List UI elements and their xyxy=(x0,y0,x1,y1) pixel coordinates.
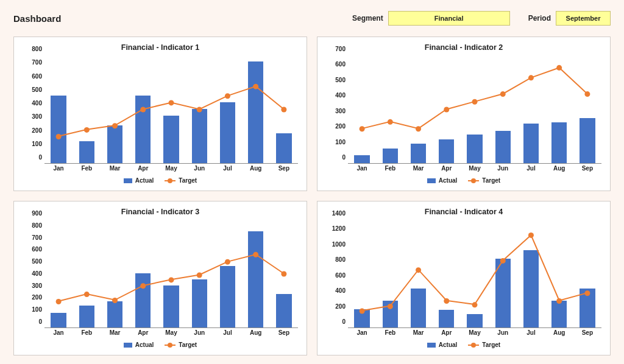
legend-actual-label: Actual xyxy=(439,341,458,348)
y-tick: 100 xyxy=(32,306,42,313)
legend-actual: Actual xyxy=(124,177,154,184)
chart-panel-2: Financial - Indicator 201002003004005006… xyxy=(317,37,611,191)
y-tick: 400 xyxy=(335,287,346,294)
legend-target-label: Target xyxy=(179,341,197,348)
legend-line-icon xyxy=(165,343,176,348)
line-marker xyxy=(388,119,393,125)
chart-plot: 0200400600800100012001400 xyxy=(324,220,604,328)
chart-legend: ActualTarget xyxy=(20,341,300,348)
legend-actual-label: Actual xyxy=(135,341,154,348)
y-tick: 500 xyxy=(32,86,42,93)
x-axis: JanFebMarAprMayJunJulAugSep xyxy=(44,329,298,339)
line-marker xyxy=(197,272,202,278)
legend-bar-icon xyxy=(427,343,436,348)
line-marker xyxy=(416,267,421,273)
x-tick: Jun xyxy=(194,165,205,172)
y-tick: 400 xyxy=(32,270,42,276)
y-tick: 300 xyxy=(32,113,42,120)
line-marker xyxy=(444,107,449,113)
x-tick: Mar xyxy=(413,329,424,336)
legend-bar-icon xyxy=(124,178,132,183)
x-axis: JanFebMarAprMayJunJulAugSep xyxy=(348,165,601,175)
x-tick: Aug xyxy=(553,329,565,336)
y-tick: 200 xyxy=(335,303,346,309)
y-tick: 600 xyxy=(32,72,42,79)
legend-line-icon xyxy=(468,178,479,183)
y-axis: 0200400600800100012001400 xyxy=(324,220,348,328)
line-marker xyxy=(472,99,478,105)
period-selector[interactable]: September xyxy=(556,11,611,26)
line-marker xyxy=(360,126,365,131)
line-marker xyxy=(225,93,230,99)
line-marker xyxy=(169,277,174,282)
y-tick: 600 xyxy=(335,271,346,278)
y-tick: 900 xyxy=(32,210,42,217)
legend-target: Target xyxy=(165,341,197,348)
line-marker xyxy=(500,258,506,264)
chart-title: Financial - Indicator 2 xyxy=(324,43,604,52)
y-axis: 0100200300400500600700800 xyxy=(20,55,44,164)
x-tick: May xyxy=(165,329,177,336)
x-tick: Mar xyxy=(110,165,121,172)
y-tick: 100 xyxy=(32,140,42,147)
y-axis: 0100200300400500600700800900 xyxy=(20,220,44,328)
y-tick: 200 xyxy=(32,294,42,301)
y-tick: 700 xyxy=(32,59,42,66)
x-tick: Jul xyxy=(526,329,535,336)
marker-layer xyxy=(348,220,601,327)
x-tick: Sep xyxy=(582,329,593,336)
x-axis: JanFebMarAprMayJunJulAugSep xyxy=(348,329,601,339)
line-marker xyxy=(388,304,393,309)
x-tick: Jun xyxy=(497,165,508,172)
x-tick: Feb xyxy=(81,165,92,172)
line-marker xyxy=(360,309,365,314)
y-tick: 200 xyxy=(32,127,42,133)
line-marker xyxy=(169,100,174,105)
x-tick: Sep xyxy=(278,329,289,336)
x-tick: Sep xyxy=(278,165,289,172)
y-tick: 700 xyxy=(32,234,42,240)
legend-line-icon xyxy=(468,343,479,348)
chart-plot: 0100200300400500600700 xyxy=(324,55,604,164)
line-marker xyxy=(281,271,286,277)
chart-legend: ActualTarget xyxy=(324,341,604,348)
line-marker xyxy=(253,84,258,89)
period-label: Period xyxy=(528,14,551,23)
legend-actual-label: Actual xyxy=(135,177,154,184)
line-marker xyxy=(197,107,202,113)
line-marker xyxy=(444,298,449,304)
y-tick: 1200 xyxy=(332,225,346,232)
x-tick: Feb xyxy=(81,329,92,336)
legend-target-label: Target xyxy=(482,341,500,348)
legend-target: Target xyxy=(468,177,500,184)
x-tick: Aug xyxy=(553,165,565,172)
segment-label: Segment xyxy=(352,14,383,23)
line-marker xyxy=(140,107,146,113)
period-value: September xyxy=(566,15,601,22)
line-marker xyxy=(416,126,421,131)
line-marker xyxy=(556,65,562,71)
line-marker xyxy=(253,252,258,257)
y-tick: 800 xyxy=(335,256,346,263)
marker-layer xyxy=(348,55,601,163)
line-marker xyxy=(84,127,90,133)
y-tick: 800 xyxy=(32,222,42,228)
segment-selector[interactable]: Financial xyxy=(388,11,510,26)
x-tick: Jun xyxy=(194,329,205,336)
y-tick: 1000 xyxy=(332,240,346,247)
y-axis: 0100200300400500600700 xyxy=(324,55,348,164)
chart-title: Financial - Indicator 4 xyxy=(324,208,604,216)
y-tick: 700 xyxy=(335,46,346,52)
legend-target-label: Target xyxy=(482,177,500,184)
x-tick: Jul xyxy=(526,165,535,172)
legend-bar-icon xyxy=(427,178,436,183)
plot-area xyxy=(44,55,298,164)
legend-line-icon xyxy=(165,178,176,183)
x-tick: Jan xyxy=(53,165,63,172)
plot-area xyxy=(348,55,601,164)
x-tick: Apr xyxy=(138,165,148,172)
chart-title: Financial - Indicator 1 xyxy=(20,43,300,52)
line-marker xyxy=(84,292,90,297)
line-marker xyxy=(112,298,118,303)
chart-panel-4: Financial - Indicator 402004006008001000… xyxy=(317,201,611,355)
